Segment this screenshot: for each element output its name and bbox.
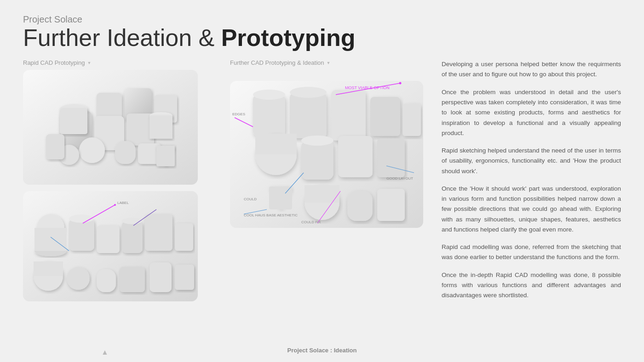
svg-rect-25 bbox=[122, 221, 143, 253]
svg-rect-51 bbox=[301, 141, 334, 180]
project-subtitle: Project Solace bbox=[23, 14, 621, 25]
svg-rect-54 bbox=[377, 138, 405, 177]
svg-rect-59 bbox=[347, 191, 373, 221]
footer-label-bold: Ideation bbox=[334, 347, 357, 354]
footer-label: Project Solace : Ideation bbox=[288, 347, 357, 354]
svg-rect-48 bbox=[402, 104, 421, 136]
chevron-down-icon-2: ▼ bbox=[327, 61, 331, 65]
footer-label-normal: Project Solace : bbox=[288, 347, 334, 354]
svg-point-11 bbox=[79, 137, 105, 163]
svg-text:COOL HAUS BASE AESTHETIC: COOL HAUS BASE AESTHETIC bbox=[244, 213, 298, 217]
middle-section-label: Further CAD Prototyping & Ideation ▼ bbox=[230, 59, 423, 66]
middle-panel: Further CAD Prototyping & Ideation ▼ bbox=[230, 59, 423, 353]
svg-rect-32 bbox=[97, 269, 116, 292]
svg-text:COULD: COULD bbox=[244, 197, 257, 201]
svg-rect-30 bbox=[34, 261, 63, 276]
svg-rect-50 bbox=[255, 134, 297, 154]
left-section-label: Rapid CAD Prototyping ▼ bbox=[23, 59, 216, 66]
chevron-down-icon: ▼ bbox=[87, 61, 91, 65]
body-paragraph-6: Once the in-depth Rapid CAD modelling wa… bbox=[442, 270, 621, 301]
svg-point-23 bbox=[69, 215, 94, 223]
svg-rect-53 bbox=[338, 136, 373, 177]
cad-image-large: MOST VIABLE OPTION EDGES COULD GOOD LAYO… bbox=[230, 81, 423, 228]
content-area: Rapid CAD Prototyping ▼ bbox=[23, 59, 621, 353]
svg-text:COULD FIX: COULD FIX bbox=[301, 220, 321, 224]
svg-text:EDGES: EDGES bbox=[232, 112, 245, 116]
right-panel: Developing a user persona helped better … bbox=[437, 59, 621, 353]
svg-rect-44 bbox=[290, 92, 327, 138]
body-paragraph-2: Once the problem was understood in detai… bbox=[442, 87, 621, 138]
svg-text:LABEL: LABEL bbox=[117, 201, 129, 205]
svg-rect-34 bbox=[150, 262, 172, 292]
svg-rect-35 bbox=[175, 265, 194, 290]
svg-rect-15 bbox=[46, 134, 64, 159]
svg-rect-47 bbox=[370, 97, 400, 136]
svg-point-26 bbox=[122, 218, 142, 224]
nav-arrow-icon[interactable]: ▲ bbox=[101, 348, 109, 356]
cad-image-top bbox=[23, 70, 198, 185]
svg-rect-42 bbox=[253, 95, 285, 136]
svg-point-45 bbox=[290, 87, 327, 98]
title-bold: Prototyping bbox=[221, 24, 356, 51]
svg-point-31 bbox=[67, 267, 90, 290]
svg-rect-8 bbox=[60, 109, 87, 134]
svg-rect-22 bbox=[69, 219, 94, 251]
svg-rect-17 bbox=[156, 146, 175, 166]
svg-rect-60 bbox=[377, 189, 405, 221]
svg-rect-27 bbox=[145, 214, 172, 251]
title-normal: Further Ideation & bbox=[23, 24, 221, 51]
left-panel: Rapid CAD Prototyping ▼ bbox=[23, 59, 216, 353]
body-paragraph-3: Rapid sketching helped understand the ne… bbox=[442, 146, 621, 176]
header: Project Solace Further Ideation & Protot… bbox=[23, 14, 621, 51]
body-paragraph-5: Rapid cad modelling was done, referred f… bbox=[442, 242, 621, 263]
cad-image-bottom: LABEL bbox=[23, 191, 198, 301]
svg-rect-12 bbox=[115, 141, 136, 164]
svg-point-43 bbox=[253, 90, 285, 100]
svg-point-62 bbox=[399, 82, 402, 85]
svg-rect-46 bbox=[331, 90, 366, 141]
svg-point-37 bbox=[114, 204, 116, 206]
svg-rect-21 bbox=[34, 228, 67, 251]
body-paragraph-4: Once the 'How it should work' part was u… bbox=[442, 184, 621, 235]
body-paragraph-1: Developing a user persona helped better … bbox=[442, 59, 621, 80]
svg-rect-56 bbox=[269, 187, 292, 209]
svg-rect-24 bbox=[97, 226, 120, 253]
svg-rect-10 bbox=[150, 116, 172, 139]
page-title: Further Ideation & Prototyping bbox=[23, 25, 621, 51]
svg-rect-28 bbox=[175, 223, 193, 251]
svg-point-52 bbox=[301, 136, 334, 146]
svg-text:MOST VIABLE OPTION: MOST VIABLE OPTION bbox=[345, 85, 390, 90]
svg-text:GOOD LAYOUT: GOOD LAYOUT bbox=[386, 176, 413, 181]
svg-rect-33 bbox=[120, 267, 145, 292]
